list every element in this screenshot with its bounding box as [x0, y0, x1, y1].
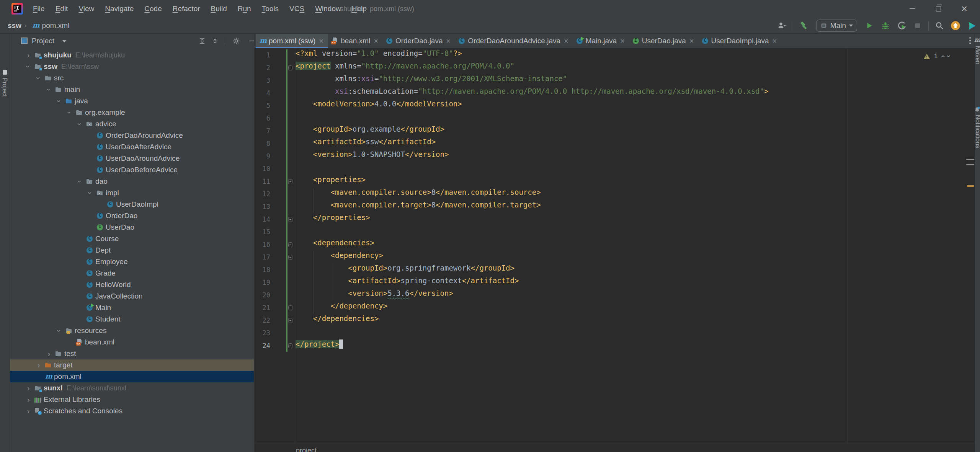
tab-close-icon[interactable]: × — [319, 37, 323, 45]
xml-breadcrumb-tag[interactable]: project — [296, 447, 317, 452]
editor-line-13[interactable]: 13 <maven.compiler.target>8</maven.compi… — [255, 201, 975, 213]
tree-item-dept[interactable]: Dept — [10, 245, 254, 256]
run-configuration-select[interactable]: Main — [816, 20, 857, 32]
run-icon[interactable] — [864, 20, 875, 31]
chevron-collapsed-icon[interactable]: › — [24, 51, 32, 59]
tab-close-icon[interactable]: × — [564, 37, 568, 45]
notifications-stripe-button[interactable]: Notifications — [975, 106, 980, 148]
tree-item-resources[interactable]: ›resources — [10, 325, 254, 336]
tree-item-userdaoafteradvice[interactable]: UserDaoAfterAdvice — [10, 141, 254, 153]
line-number[interactable]: 9 — [255, 150, 270, 163]
tree-item-orderdao[interactable]: OrderDao — [10, 210, 254, 222]
chevron-collapsed-icon[interactable]: › — [45, 350, 53, 357]
editor-line-5[interactable]: 5 <modelVersion>4.0.0</modelVersion> — [255, 100, 975, 112]
tree-item-sunxl[interactable]: ›sunxlE:\learn\sunxl\sunxl — [10, 382, 254, 394]
chevron-expanded-icon[interactable]: › — [24, 63, 32, 70]
editor-line-7[interactable]: 7 <groupId>org.example</groupId> — [255, 125, 975, 137]
tab-close-icon[interactable]: × — [773, 37, 777, 45]
line-number[interactable]: 5 — [255, 100, 270, 112]
tree-item-pom-xml[interactable]: pom.xml — [10, 371, 254, 382]
chevron-collapsed-icon[interactable]: › — [35, 361, 42, 369]
menu-navigate[interactable]: Navigate — [101, 3, 137, 15]
tree-item-grade[interactable]: Grade — [10, 268, 254, 279]
tree-item-org-example[interactable]: ›org.example — [10, 107, 254, 118]
tab-orderdao-java[interactable]: OrderDao.java× — [382, 34, 455, 48]
editor-line-20[interactable]: 20 <version>5.3.6</version> — [255, 289, 975, 302]
restore-button[interactable] — [929, 0, 947, 18]
line-number[interactable]: 6 — [255, 112, 270, 125]
tab-main-java[interactable]: Main.java× — [573, 34, 629, 48]
maven-stripe-button[interactable]: Maven — [975, 38, 980, 64]
menu-file[interactable]: File — [29, 3, 49, 15]
line-number[interactable]: 1 — [255, 49, 270, 62]
line-number[interactable]: 15 — [255, 226, 270, 238]
line-number[interactable]: 8 — [255, 137, 270, 150]
tree-item-orderdaoaroundadvice[interactable]: OrderDaoAroundAdvice — [10, 130, 254, 141]
fold-marker-top[interactable] — [288, 65, 292, 70]
tree-item-userdaoaroundadvice[interactable]: UserDaoAroundAdvice — [10, 153, 254, 164]
build-hammer-icon[interactable] — [799, 20, 809, 31]
tree-item-java[interactable]: ›java — [10, 95, 254, 107]
tab-userdaoimpl-java[interactable]: UserDaoImpl.java× — [698, 34, 781, 48]
chevron-expanded-icon[interactable]: › — [56, 327, 63, 335]
breadcrumb-file[interactable]: pom.xml — [42, 21, 70, 30]
profiler-icon[interactable] — [896, 20, 907, 31]
debug-icon[interactable] — [880, 20, 891, 31]
menu-view[interactable]: View — [75, 3, 98, 15]
tab-close-icon[interactable]: × — [446, 37, 451, 45]
editor-line-8[interactable]: 8 <artifactId>ssw</artifactId> — [255, 137, 975, 150]
tab-bean-xml[interactable]: bean.xml× — [328, 34, 382, 48]
tab-close-icon[interactable]: × — [620, 37, 625, 45]
search-icon[interactable] — [934, 20, 945, 31]
tree-item-main[interactable]: ›main — [10, 84, 254, 95]
tree-item-external-libraries[interactable]: ›External Libraries — [10, 394, 254, 405]
line-number[interactable]: 2 — [255, 62, 270, 74]
menu-tools[interactable]: Tools — [258, 3, 283, 15]
line-number[interactable]: 4 — [255, 87, 270, 100]
line-number[interactable]: 11 — [255, 175, 270, 188]
project-panel-title[interactable]: Project — [32, 34, 54, 48]
editor-line-16[interactable]: 16 <dependencies> — [255, 238, 975, 251]
line-number[interactable]: 7 — [255, 125, 270, 137]
scrollbar-warning-mark[interactable] — [967, 185, 974, 187]
expand-all-icon[interactable] — [198, 37, 206, 45]
editor-line-9[interactable]: 9 <version>1.0-SNAPSHOT</version> — [255, 150, 975, 163]
fold-marker-bottom[interactable] — [288, 318, 292, 323]
minimize-button[interactable] — [903, 0, 921, 18]
chevron-down-icon[interactable] — [62, 40, 66, 42]
line-number[interactable]: 18 — [255, 264, 270, 276]
editor-line-24[interactable]: 24</project> — [255, 339, 975, 352]
chevron-expanded-icon[interactable]: › — [76, 178, 84, 185]
menu-run[interactable]: Run — [234, 3, 255, 15]
breadcrumb-module[interactable]: ssw — [8, 21, 21, 30]
line-number[interactable]: 21 — [255, 302, 270, 314]
line-number[interactable]: 24 — [255, 339, 270, 352]
line-number[interactable]: 22 — [255, 314, 270, 327]
line-number[interactable]: 10 — [255, 163, 270, 175]
tree-item-course[interactable]: Course — [10, 233, 254, 245]
chevron-collapsed-icon[interactable]: › — [24, 407, 32, 415]
chevron-expanded-icon[interactable]: › — [76, 120, 84, 128]
line-number[interactable]: 19 — [255, 276, 270, 289]
tree-item-shujuku[interactable]: ›shujukuE:\learn\shujuku — [10, 49, 254, 61]
line-number[interactable]: 3 — [255, 74, 270, 87]
tree-item-test[interactable]: ›test — [10, 348, 254, 359]
line-number[interactable]: 23 — [255, 327, 270, 339]
editor-line-17[interactable]: 17 <dependency> — [255, 251, 975, 264]
fold-marker-top[interactable] — [288, 255, 292, 260]
editor-line-22[interactable]: 22 </dependencies> — [255, 314, 975, 327]
editor-line-3[interactable]: 3 xmlns:xsi="http://www.w3.org/2001/XMLS… — [255, 74, 975, 87]
line-number[interactable]: 14 — [255, 213, 270, 226]
chevron-collapsed-icon[interactable]: › — [24, 396, 32, 403]
editor-line-4[interactable]: 4 xsi:schemaLocation="http://maven.apach… — [255, 87, 975, 100]
chevron-collapsed-icon[interactable]: › — [24, 384, 32, 392]
chevron-expanded-icon[interactable]: › — [56, 97, 63, 105]
line-number[interactable]: 13 — [255, 201, 270, 213]
project-stripe-button[interactable]: Project — [1, 78, 8, 97]
fold-marker-bottom[interactable] — [288, 217, 292, 222]
collapse-all-icon[interactable] — [211, 37, 219, 45]
tree-item-main[interactable]: Main — [10, 302, 254, 313]
editor-line-2[interactable]: 2<project xmlns="http://maven.apache.org… — [255, 62, 975, 74]
code-with-me-icon[interactable] — [966, 20, 977, 31]
line-number[interactable]: 16 — [255, 238, 270, 251]
